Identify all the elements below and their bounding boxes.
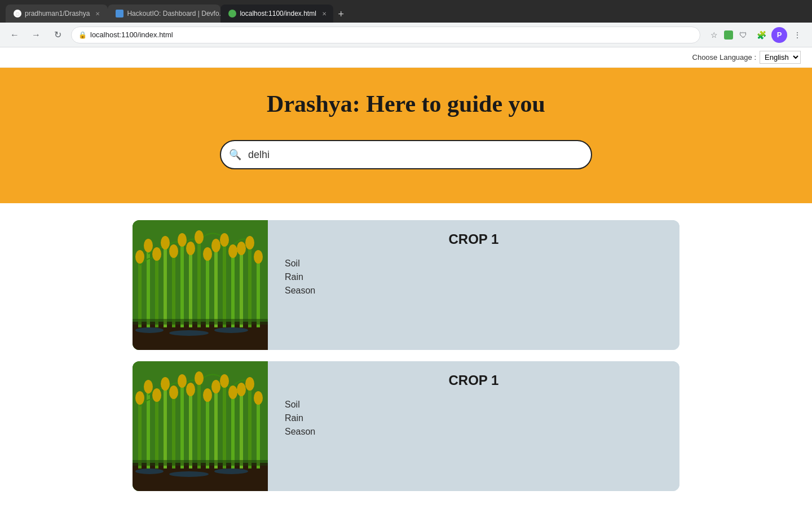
crop-details-2: Soil Rain Season (285, 400, 663, 437)
extensions-button[interactable]: 🧩 (753, 27, 769, 43)
svg-point-63 (220, 374, 229, 388)
tab-local-close[interactable]: ✕ (322, 11, 326, 17)
star-button[interactable]: ☆ (706, 27, 722, 43)
svg-rect-12 (223, 237, 226, 327)
tab-github-close[interactable]: ✕ (95, 11, 100, 17)
crop-soil-2: Soil (285, 400, 663, 410)
crop-info-1: CROP 1 Soil Rain Season (268, 220, 679, 350)
menu-button[interactable]: ⋮ (789, 27, 805, 43)
crop-season-2: Season (285, 427, 663, 437)
svg-rect-4 (155, 251, 158, 327)
back-button[interactable]: ← (7, 27, 23, 43)
tab-local[interactable]: localhost:1100/index.html ✕ (220, 5, 333, 23)
crop-rain-2: Rain (285, 413, 663, 423)
svg-point-70 (169, 471, 209, 477)
svg-point-25 (203, 247, 212, 261)
crops-container: CROP 1 Soil Rain Season (133, 220, 679, 491)
svg-rect-8 (189, 246, 192, 327)
crop-rain-1: Rain (285, 272, 663, 282)
svg-rect-45 (197, 375, 201, 468)
svg-point-17 (135, 250, 144, 264)
crop-info-2: CROP 1 Soil Rain Season (268, 361, 679, 491)
hackout-favicon (116, 10, 123, 17)
svg-point-61 (203, 388, 212, 402)
svg-point-64 (228, 386, 237, 399)
crop-soil-1: Soil (285, 259, 663, 269)
tab-hackout[interactable]: HackoutIO: Dashboard | Devfo... ✕ (108, 5, 220, 23)
svg-rect-11 (214, 243, 218, 327)
svg-rect-10 (206, 251, 209, 327)
search-icon: 🔍 (229, 148, 241, 161)
address-text: localhost:1100/index.html (90, 30, 173, 39)
svg-rect-3 (147, 243, 150, 327)
svg-point-67 (254, 391, 263, 405)
svg-point-69 (135, 468, 164, 474)
svg-rect-49 (231, 389, 235, 468)
svg-point-33 (135, 327, 164, 333)
tab-github-label: pradhuman1/Drashya (25, 10, 90, 17)
profile-avatar[interactable]: P (771, 27, 787, 43)
svg-rect-51 (248, 381, 251, 468)
svg-rect-14 (240, 246, 243, 327)
svg-rect-39 (147, 384, 150, 468)
crop-season-1: Season (285, 286, 663, 296)
main-content: CROP 1 Soil Rain Season (0, 203, 812, 508)
toolbar-icons: ☆ 🛡 🧩 P ⋮ (706, 27, 805, 43)
svg-rect-50 (240, 387, 243, 468)
svg-rect-40 (155, 392, 158, 468)
svg-point-27 (220, 233, 229, 247)
reload-button[interactable]: ↻ (50, 27, 65, 43)
language-bar: Choose Language : English Hindi Tamil Te… (0, 47, 812, 68)
browser-chrome: ⊙ pradhuman1/Drashya ✕ HackoutIO: Dashbo… (0, 0, 812, 23)
forward-button[interactable]: → (28, 27, 44, 43)
tab-github[interactable]: ⊙ pradhuman1/Drashya ✕ (6, 5, 108, 23)
new-tab-button[interactable]: + (333, 6, 348, 23)
svg-rect-13 (231, 248, 235, 327)
svg-rect-68 (133, 460, 268, 466)
svg-point-22 (178, 233, 187, 247)
svg-point-56 (161, 377, 170, 391)
svg-point-34 (169, 330, 209, 336)
svg-point-57 (169, 386, 178, 399)
svg-rect-44 (189, 387, 192, 468)
extension-green-icon[interactable] (724, 30, 733, 40)
crop-image-1 (133, 220, 268, 350)
github-favicon: ⊙ (14, 10, 21, 17)
crop-title-2: CROP 1 (285, 373, 663, 388)
hero-section: Drashya: Here to guide you 🔍 (0, 68, 812, 203)
svg-point-60 (195, 371, 204, 385)
crop-image-2 (133, 361, 268, 491)
tab-hackout-label: HackoutIO: Dashboard | Devfo... (127, 10, 220, 17)
svg-point-20 (161, 236, 170, 249)
svg-point-58 (178, 374, 187, 388)
svg-rect-16 (257, 254, 260, 327)
svg-point-28 (228, 244, 237, 258)
svg-rect-32 (133, 319, 268, 325)
svg-rect-9 (197, 234, 201, 327)
svg-rect-5 (164, 240, 167, 327)
svg-rect-52 (257, 395, 260, 468)
svg-point-35 (214, 327, 248, 333)
tab-local-label: localhost:1100/index.html (240, 10, 316, 17)
svg-point-54 (144, 380, 153, 393)
svg-point-53 (135, 391, 144, 405)
crop-details-1: Soil Rain Season (285, 259, 663, 296)
svg-point-26 (211, 239, 220, 252)
search-input[interactable] (220, 140, 592, 169)
crop-card-2: CROP 1 Soil Rain Season (133, 361, 679, 491)
svg-point-59 (186, 383, 195, 396)
svg-point-71 (214, 468, 248, 474)
svg-rect-47 (214, 384, 218, 468)
svg-point-29 (237, 242, 246, 255)
local-favicon (228, 10, 236, 17)
language-select[interactable]: English Hindi Tamil Telugu (760, 51, 801, 64)
search-bar-container: 🔍 (220, 140, 592, 169)
svg-point-19 (152, 247, 161, 261)
svg-point-23 (186, 242, 195, 255)
crop-title-1: CROP 1 (285, 231, 663, 247)
address-bar[interactable]: 🔒 localhost:1100/index.html (71, 27, 700, 43)
shield-button[interactable]: 🛡 (735, 27, 751, 43)
lock-icon: 🔒 (78, 31, 87, 39)
svg-point-21 (169, 244, 178, 258)
hero-title: Drashya: Here to guide you (267, 90, 545, 117)
